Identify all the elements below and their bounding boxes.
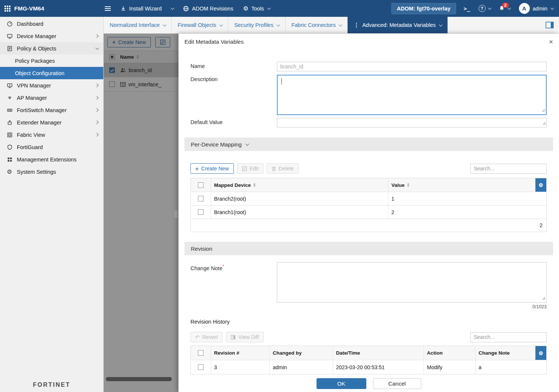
- mapping-create-new-button[interactable]: + Create New: [190, 163, 234, 174]
- section-title: Revision: [191, 246, 213, 252]
- revert-button[interactable]: ↶ Revert: [190, 332, 223, 342]
- help-dropdown-icon: [488, 6, 491, 10]
- change-note-column-header[interactable]: Change Note: [476, 346, 535, 360]
- sidebar-item-fortiswitch-manager[interactable]: FortiSwitch Manager: [0, 104, 103, 116]
- button-label: Revert: [202, 334, 218, 340]
- button-label: Create New: [201, 166, 229, 172]
- tab-fabric-connectors[interactable]: Fabric Connectors: [285, 17, 348, 33]
- change-note-textarea[interactable]: [277, 262, 547, 303]
- hamburger-menu-icon[interactable]: [105, 6, 111, 11]
- column-settings-button[interactable]: ⚙: [535, 346, 546, 360]
- install-wizard-dropdown-icon[interactable]: [171, 6, 174, 10]
- sidebar-item-vpn-manager[interactable]: VPN Manager: [0, 79, 103, 92]
- sidebar-label: FortiSwitch Manager: [17, 107, 67, 113]
- sidebar-item-ap-manager[interactable]: AP Manager: [0, 92, 103, 104]
- column-settings-button[interactable]: ⚙: [535, 178, 546, 192]
- view-diff-button[interactable]: View Diff: [226, 332, 264, 342]
- panel-title: Edit Metadata Variables: [184, 38, 244, 45]
- mapping-row-branch2[interactable]: Branch2(root) 1: [191, 192, 546, 205]
- default-value-input[interactable]: [277, 118, 547, 127]
- globe-icon: [183, 6, 189, 12]
- per-device-mapping-section-bar[interactable]: Per-Device Mapping: [184, 138, 553, 151]
- tab-label: Normalized Interface: [110, 22, 160, 28]
- adom-selector-button[interactable]: ADOM: fgt70-overlay: [391, 3, 456, 14]
- install-wizard-button[interactable]: Install Wizard: [120, 6, 162, 12]
- row-checkbox[interactable]: [198, 196, 204, 201]
- mapping-edit-button[interactable]: Edit: [237, 163, 263, 174]
- sidebar-item-object-configuration[interactable]: Object Configuration: [0, 67, 103, 79]
- tools-dropdown-icon: [267, 6, 271, 10]
- sidebar-item-management-extensions[interactable]: Management Extensions: [0, 153, 103, 166]
- collapse-chevron-icon[interactable]: [245, 142, 249, 146]
- description-label: Description: [190, 75, 277, 115]
- change-note-field-row: Change Note*: [190, 262, 547, 303]
- mapped-device-column-header[interactable]: Mapped Device: [211, 178, 388, 192]
- chevron-down-icon: [339, 23, 342, 27]
- row-checkbox[interactable]: [198, 209, 204, 215]
- sidebar-item-extender-manager[interactable]: Extender Manager: [0, 116, 103, 129]
- tab-firewall-objects[interactable]: Firewall Objects: [172, 17, 228, 33]
- mapping-search-input[interactable]: [470, 164, 547, 174]
- chevron-right-icon: [95, 121, 99, 124]
- sidebar-item-policy-packages[interactable]: Policy Packages: [0, 55, 103, 67]
- sidebar-item-device-manager[interactable]: Device Manager: [0, 30, 103, 42]
- sidebar-item-system-settings[interactable]: ⚙ System Settings: [0, 166, 103, 178]
- sidebar-label: Object Configuration: [15, 70, 64, 76]
- install-wizard-label: Install Wizard: [129, 6, 162, 12]
- sidebar-item-fabric-view[interactable]: Fabric View: [0, 129, 103, 141]
- name-label: Name: [190, 62, 277, 71]
- sidebar-item-fortiguard[interactable]: FortiGuard: [0, 141, 103, 153]
- value-column-header[interactable]: Value: [388, 178, 535, 192]
- mapping-table-header: Mapped Device Value ⚙: [191, 178, 546, 192]
- datetime-cell: 2023-03-20 00:53:51: [333, 360, 424, 374]
- panel-resize-grip[interactable]: [174, 210, 178, 218]
- action-column-header[interactable]: Action: [424, 346, 476, 360]
- mapping-row-branch1[interactable]: Branch1(root) 2: [191, 205, 546, 219]
- tab-advanced-metadata-variables[interactable]: ⋮ Advanced: Metadata Variables: [348, 17, 447, 33]
- workspace: + Create New Name branch_id vm_interface: [104, 34, 559, 392]
- fortiguard-shield-icon: [7, 144, 13, 150]
- revision-row[interactable]: 3 admin 2023-03-20 00:53:51 Modify a: [191, 360, 546, 374]
- tab-security-profiles[interactable]: Security Profiles: [228, 17, 285, 33]
- button-label: Delete: [279, 166, 294, 172]
- sidebar-item-dashboard[interactable]: Dashboard: [0, 18, 103, 30]
- ok-button[interactable]: OK: [317, 378, 366, 389]
- revision-section-bar[interactable]: Revision: [184, 242, 553, 255]
- extender-manager-icon: [7, 120, 13, 126]
- adom-revisions-button[interactable]: ADOM Revisions: [183, 6, 233, 12]
- cancel-button[interactable]: Cancel: [373, 378, 421, 389]
- mapping-delete-button[interactable]: Delete: [267, 163, 299, 174]
- close-icon[interactable]: ×: [549, 38, 553, 45]
- help-button[interactable]: ?: [479, 5, 491, 12]
- revision-history-title: Revision History: [190, 318, 547, 325]
- row-checkbox[interactable]: [198, 364, 204, 370]
- name-input[interactable]: [277, 62, 547, 71]
- tab-label: Firewall Objects: [178, 22, 216, 28]
- tab-normalized-interface[interactable]: Normalized Interface: [104, 17, 172, 33]
- layout-toggle-icon[interactable]: [546, 22, 554, 30]
- description-textarea[interactable]: [277, 75, 547, 115]
- terminal-icon[interactable]: >_: [464, 6, 470, 12]
- value-cell: 1: [388, 192, 546, 205]
- select-all-checkbox[interactable]: [198, 182, 204, 188]
- value-cell: 2: [388, 206, 546, 219]
- select-all-checkbox[interactable]: [198, 350, 204, 356]
- sidebar-item-policy-objects[interactable]: Policy & Objects: [0, 42, 103, 55]
- revision-column-header[interactable]: Revision #: [211, 346, 270, 360]
- changed-by-column-header[interactable]: Changed by: [270, 346, 333, 360]
- sidebar-label: AP Manager: [17, 95, 47, 101]
- download-icon: [120, 6, 126, 11]
- modal-backdrop: [104, 34, 178, 392]
- resize-handle-icon[interactable]: [543, 120, 546, 127]
- tools-button[interactable]: ⚙ Tools: [243, 6, 269, 12]
- app-grid-icon[interactable]: [4, 6, 10, 12]
- app-brand: FMG-VM64: [0, 5, 98, 12]
- datetime-column-header[interactable]: Date/Time: [333, 346, 424, 360]
- resize-handle-icon[interactable]: [542, 295, 546, 302]
- notifications-button[interactable]: 2: [499, 5, 510, 12]
- mapped-device-cell: Branch1(root): [211, 206, 388, 219]
- sidebar-label: FortiGuard: [17, 144, 43, 150]
- user-menu[interactable]: A admin: [519, 3, 553, 14]
- revision-search-input[interactable]: [470, 332, 547, 342]
- resize-handle-icon[interactable]: [542, 107, 545, 114]
